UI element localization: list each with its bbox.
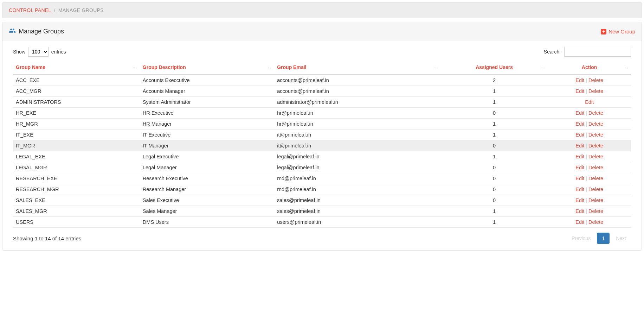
- cell-group-name: SALES_MGR: [13, 206, 140, 217]
- cell-group-email: accounts@primeleaf.in: [274, 75, 441, 86]
- cell-group-email: hr@primeleaf.in: [274, 108, 441, 119]
- cell-group-description: Legal Manager: [140, 162, 274, 173]
- column-header[interactable]: Action↑↓: [548, 61, 631, 75]
- delete-link[interactable]: Delete: [588, 143, 603, 149]
- delete-link[interactable]: Delete: [588, 187, 603, 192]
- delete-link[interactable]: Delete: [588, 121, 603, 127]
- delete-link[interactable]: Delete: [588, 154, 603, 159]
- length-prefix: Show: [13, 49, 25, 55]
- new-group-label: New Group: [608, 29, 635, 34]
- edit-link[interactable]: Edit: [575, 176, 584, 181]
- cell-group-name: RESEARCH_EXE: [13, 173, 140, 184]
- breadcrumb-parent-link[interactable]: CONTROL PANEL: [9, 7, 51, 13]
- cell-action: Edit|Delete: [548, 217, 631, 228]
- cell-group-name: IT_MGR: [13, 140, 140, 151]
- new-group-button[interactable]: + New Group: [601, 29, 635, 34]
- cell-action: Edit|Delete: [548, 173, 631, 184]
- panel-body: Show 100 entries Search: Group Name↑↓Gro…: [2, 41, 642, 250]
- cell-group-description: HR Executive: [140, 108, 274, 119]
- table-footer: Showing 1 to 14 of 14 entries Previous 1…: [13, 233, 631, 244]
- table-controls: Show 100 entries Search:: [13, 47, 631, 57]
- cell-group-description: Legal Executive: [140, 151, 274, 162]
- edit-link[interactable]: Edit: [575, 208, 584, 214]
- table-body: ACC_EXEAccounts Execcutiveaccounts@prime…: [13, 75, 631, 228]
- pagination-page-1[interactable]: 1: [597, 233, 610, 244]
- edit-link[interactable]: Edit: [575, 154, 584, 159]
- edit-link[interactable]: Edit: [575, 187, 584, 192]
- action-divider: |: [586, 132, 587, 138]
- cell-group-name: ADMINISTRATORS: [13, 97, 140, 108]
- table-row: ACC_MGRAccounts Manageraccounts@primelea…: [13, 86, 631, 97]
- sort-icon: ↑↓: [541, 66, 545, 70]
- cell-group-description: System Administrator: [140, 97, 274, 108]
- edit-link[interactable]: Edit: [575, 132, 584, 138]
- edit-link[interactable]: Edit: [575, 121, 584, 127]
- delete-link[interactable]: Delete: [588, 88, 603, 94]
- cell-assigned-users: 0: [441, 108, 548, 119]
- cell-assigned-users: 0: [441, 162, 548, 173]
- cell-action: Edit|Delete: [548, 119, 631, 130]
- breadcrumb-current: MANAGE GROUPS: [58, 7, 104, 13]
- length-select[interactable]: 100: [28, 47, 49, 57]
- column-label: Group Name: [16, 64, 45, 70]
- edit-link[interactable]: Edit: [575, 88, 584, 94]
- breadcrumb: CONTROL PANEL / MANAGE GROUPS: [9, 7, 635, 13]
- sort-icon: ↑↓: [133, 66, 137, 70]
- action-divider: |: [586, 187, 587, 192]
- column-label: Assigned Users: [476, 64, 513, 70]
- table-row: IT_MGRIT Managerit@primeleaf.in0Edit|Del…: [13, 140, 631, 151]
- pagination-next[interactable]: Next: [611, 233, 631, 244]
- cell-group-email: it@primeleaf.in: [274, 140, 441, 151]
- manage-groups-panel: Manage Groups + New Group Show 100 entri…: [2, 22, 642, 251]
- cell-group-email: rnd@primeleaf.in: [274, 184, 441, 195]
- search-input[interactable]: [564, 47, 631, 57]
- pagination-previous[interactable]: Previous: [567, 233, 595, 244]
- column-header[interactable]: Group Description↑↓: [140, 61, 274, 75]
- cell-assigned-users: 1: [441, 130, 548, 140]
- edit-link[interactable]: Edit: [575, 77, 584, 83]
- delete-link[interactable]: Delete: [588, 165, 603, 170]
- delete-link[interactable]: Delete: [588, 77, 603, 83]
- table-row: HR_MGRHR Managerhr@primeleaf.in1Edit|Del…: [13, 119, 631, 130]
- table-row: RESEARCH_MGRResearch Managerrnd@primelea…: [13, 184, 631, 195]
- cell-action: Edit|Delete: [548, 86, 631, 97]
- cell-assigned-users: 1: [441, 206, 548, 217]
- edit-link[interactable]: Edit: [575, 165, 584, 170]
- edit-link[interactable]: Edit: [575, 219, 584, 225]
- cell-group-email: legal@primeleaf.in: [274, 162, 441, 173]
- delete-link[interactable]: Delete: [588, 132, 603, 138]
- cell-group-description: IT Executive: [140, 130, 274, 140]
- cell-group-name: USERS: [13, 217, 140, 228]
- cell-assigned-users: 1: [441, 119, 548, 130]
- edit-link[interactable]: Edit: [575, 197, 584, 203]
- breadcrumb-separator: /: [54, 7, 56, 13]
- column-header[interactable]: Assigned Users↑↓: [441, 61, 548, 75]
- cell-assigned-users: 2: [441, 75, 548, 86]
- action-divider: |: [586, 143, 587, 149]
- delete-link[interactable]: Delete: [588, 208, 603, 214]
- breadcrumb-bar: CONTROL PANEL / MANAGE GROUPS: [2, 2, 642, 18]
- delete-link[interactable]: Delete: [588, 110, 603, 116]
- cell-group-email: accounts@primeleaf.in: [274, 86, 441, 97]
- cell-assigned-users: 0: [441, 173, 548, 184]
- column-header[interactable]: Group Name↑↓: [13, 61, 140, 75]
- table-row: SALES_EXESales Executivesales@primeleaf.…: [13, 195, 631, 206]
- table-row: ACC_EXEAccounts Execcutiveaccounts@prime…: [13, 75, 631, 86]
- action-divider: |: [586, 110, 587, 116]
- table-row: IT_EXEIT Executiveit@primeleaf.in1Edit|D…: [13, 130, 631, 140]
- edit-link[interactable]: Edit: [575, 110, 584, 116]
- column-header[interactable]: Group Email↑↓: [274, 61, 441, 75]
- delete-link[interactable]: Delete: [588, 197, 603, 203]
- edit-link[interactable]: Edit: [585, 99, 594, 105]
- cell-action: Edit|Delete: [548, 195, 631, 206]
- edit-link[interactable]: Edit: [575, 143, 584, 149]
- cell-action: Edit|Delete: [548, 151, 631, 162]
- cell-assigned-users: 0: [441, 195, 548, 206]
- action-divider: |: [586, 208, 587, 214]
- cell-group-description: Research Manager: [140, 184, 274, 195]
- delete-link[interactable]: Delete: [588, 176, 603, 181]
- table-row: RESEARCH_EXEResearch Executivernd@primel…: [13, 173, 631, 184]
- cell-group-name: HR_MGR: [13, 119, 140, 130]
- cell-action: Edit|Delete: [548, 75, 631, 86]
- delete-link[interactable]: Delete: [588, 219, 603, 225]
